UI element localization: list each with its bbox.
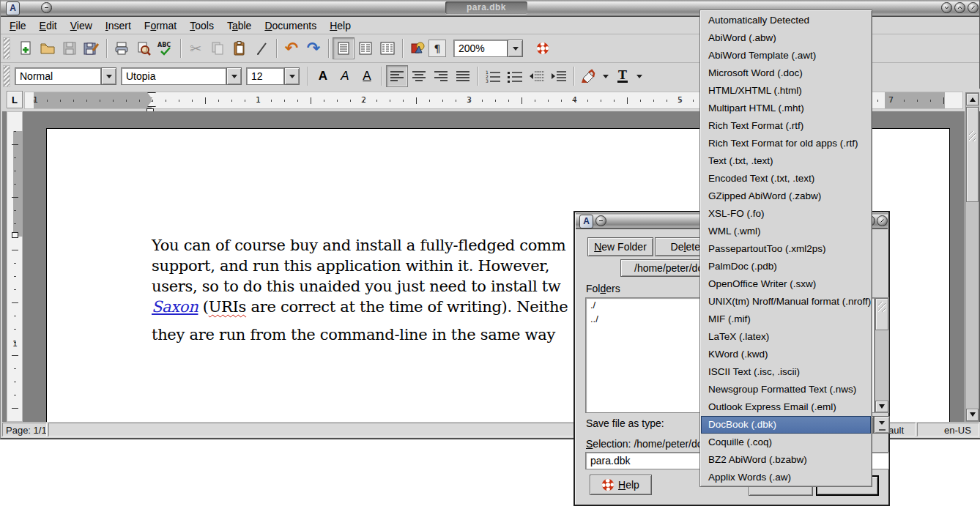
pen-icon[interactable] <box>250 37 272 59</box>
filetype-option-selected[interactable]: DocBook (.dbk) <box>701 416 871 434</box>
filetype-option[interactable]: WML (.wml) <box>701 223 871 240</box>
menu-table[interactable]: Table <box>227 20 251 31</box>
redo-button[interactable]: ↷ <box>302 37 324 59</box>
filetype-option[interactable]: Multipart HTML (.mht) <box>701 100 871 117</box>
save-as-button[interactable] <box>81 37 103 59</box>
filetype-option[interactable]: Rich Text Format for old apps (.rtf) <box>701 135 871 152</box>
shade-icon[interactable] <box>941 2 952 13</box>
justify-button[interactable] <box>452 65 474 87</box>
font-color-dropdown-icon[interactable] <box>634 68 645 84</box>
insert-image-button[interactable] <box>407 37 428 59</box>
menu-insert[interactable]: Insert <box>105 20 131 31</box>
filetype-option[interactable]: AbiWord (.abw) <box>701 29 871 47</box>
zoom-value[interactable]: 200% <box>453 40 508 57</box>
dialog-window-menu-button[interactable] <box>595 215 606 226</box>
scrollbar-thumb[interactable] <box>966 107 979 202</box>
three-column-view-button[interactable] <box>376 37 398 59</box>
filetype-option[interactable]: ISCII Text (.isc, .iscii) <box>701 363 871 381</box>
filetype-option[interactable]: PalmDoc (.pdb) <box>701 258 871 275</box>
filetype-option[interactable]: Newsgroup Formatted Text (.nws) <box>701 381 871 398</box>
filetype-option[interactable]: Text (.txt, .text) <box>701 152 871 170</box>
font-size-combobox[interactable]: 12 <box>246 67 300 85</box>
close-icon[interactable] <box>968 2 979 13</box>
filetype-option[interactable]: OpenOffice Writer (.sxw) <box>701 275 871 293</box>
size-dropdown-arrow-icon[interactable] <box>284 67 300 85</box>
align-left-button[interactable] <box>386 65 408 87</box>
filetype-option[interactable]: Rich Text Format (.rtf) <box>701 117 871 135</box>
top-margin-marker[interactable] <box>12 232 18 238</box>
maximize-icon[interactable] <box>954 2 965 13</box>
tab-stop-selector[interactable]: L <box>7 91 23 108</box>
help-button[interactable]: Help <box>590 475 652 495</box>
increase-indent-button[interactable] <box>548 65 570 87</box>
style-value[interactable]: Normal <box>15 67 101 85</box>
font-color-button[interactable]: T <box>612 65 634 87</box>
filetype-option[interactable]: KWord (.kwd) <box>701 346 871 363</box>
filetype-option[interactable]: Coquille (.coq) <box>701 434 871 451</box>
menu-format[interactable]: Format <box>144 20 177 31</box>
help-ring-icon[interactable] <box>532 37 554 59</box>
filetype-option[interactable]: GZipped AbiWord (.zabw) <box>701 187 871 205</box>
vertical-scrollbar[interactable] <box>965 92 979 422</box>
menu-documents[interactable]: Documents <box>264 20 316 31</box>
new-folder-button[interactable]: New Folder <box>587 237 653 256</box>
folders-scroll-down-icon[interactable] <box>875 401 888 412</box>
show-paragraphs-button[interactable]: ¶ <box>428 40 446 57</box>
vertical-ruler[interactable]: 1 <box>7 111 23 422</box>
font-value[interactable]: Utopia <box>121 67 226 85</box>
filetype-option[interactable]: MIF (.mif) <box>701 311 871 328</box>
zoom-dropdown-arrow-icon[interactable] <box>508 40 523 57</box>
menu-edit[interactable]: Edit <box>40 20 57 31</box>
filetype-option[interactable]: UNIX(tm) Nroff/Manual format (.nroff) <box>701 293 871 311</box>
font-dropdown-arrow-icon[interactable] <box>226 67 242 85</box>
font-size-value[interactable]: 12 <box>246 67 284 85</box>
language-indicator[interactable]: en-US <box>917 423 979 436</box>
style-dropdown-arrow-icon[interactable] <box>101 67 116 85</box>
filetype-option[interactable]: Outlook Express Email (.eml) <box>701 398 871 416</box>
scroll-up-icon[interactable] <box>966 93 979 105</box>
filetype-option[interactable]: PassepartoutToo (.xml2ps) <box>701 240 871 258</box>
filetype-option[interactable]: Applix Words (.aw) <box>701 469 871 486</box>
dialog-close-icon[interactable] <box>877 215 888 226</box>
filetype-option[interactable]: LaTeX (.latex) <box>701 328 871 346</box>
menu-file[interactable]: File <box>10 20 26 31</box>
new-document-button[interactable] <box>15 37 37 59</box>
scroll-down-icon[interactable] <box>966 409 979 421</box>
filetype-option[interactable]: HTML/XHTML (.html) <box>701 82 871 100</box>
underline-button[interactable]: A <box>356 65 378 87</box>
paste-button[interactable] <box>229 37 250 59</box>
filetype-option[interactable]: BZ2 AbiWord (.bzabw) <box>701 451 871 469</box>
document-text[interactable]: You can of course buy and install a full… <box>152 235 568 345</box>
filetype-option[interactable]: XSL-FO (.fo) <box>701 205 871 223</box>
filetype-option[interactable]: AbiWord Template (.awt) <box>701 47 871 64</box>
font-combobox[interactable]: Utopia <box>121 67 242 85</box>
bullet-list-button[interactable] <box>504 65 526 87</box>
align-center-button[interactable] <box>408 65 430 87</box>
spellcheck-button[interactable]: ABC <box>155 37 177 59</box>
italic-button[interactable]: A <box>334 65 356 87</box>
numbered-list-button[interactable]: 123 <box>482 65 504 87</box>
filetype-option[interactable]: Encoded Text (.txt, .text) <box>701 170 871 187</box>
print-button[interactable] <box>111 37 133 59</box>
undo-button[interactable]: ↶ <box>281 37 302 59</box>
saxon-hyperlink[interactable]: Saxon <box>152 298 198 316</box>
menu-view[interactable]: View <box>70 20 92 31</box>
bold-button[interactable]: A <box>312 65 334 87</box>
highlight-color-dropdown-icon[interactable] <box>600 68 612 84</box>
open-folder-button[interactable] <box>37 37 59 59</box>
filetype-option[interactable]: Automatically Detected <box>701 12 871 29</box>
filetype-dropdown-arrow-icon[interactable] <box>874 416 890 434</box>
decrease-indent-button[interactable] <box>526 65 548 87</box>
two-column-view-button[interactable] <box>354 37 376 59</box>
print-preview-button[interactable] <box>133 37 155 59</box>
toolbar-handle[interactable] <box>3 65 10 87</box>
normal-view-button[interactable] <box>333 37 354 59</box>
style-combobox[interactable]: Normal <box>15 67 116 85</box>
menu-tools[interactable]: Tools <box>190 20 214 31</box>
zoom-combobox[interactable]: 200% <box>453 40 523 57</box>
toolbar-handle[interactable] <box>3 37 10 59</box>
folders-list-scrollbar[interactable] <box>875 297 889 413</box>
folders-scrollbar-thumb[interactable] <box>875 298 888 330</box>
window-menu-button[interactable] <box>41 2 52 13</box>
filetype-option[interactable]: Microsoft Word (.doc) <box>701 64 871 82</box>
